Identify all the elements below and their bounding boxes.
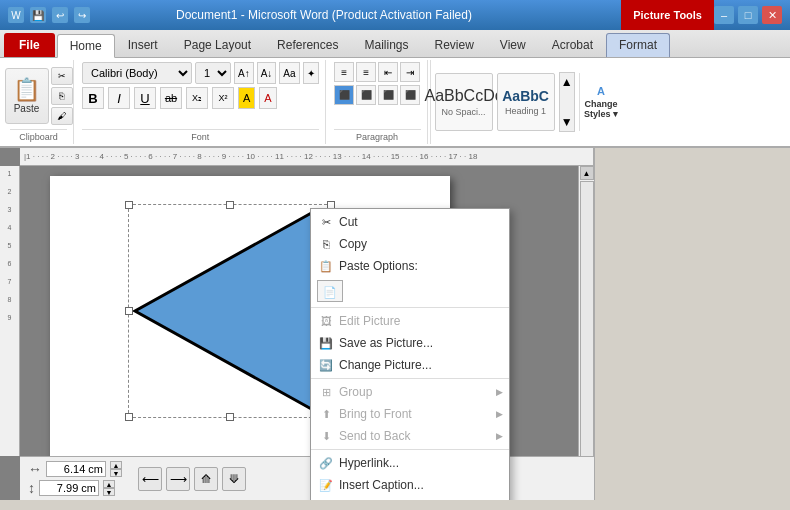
align-bottom-button[interactable]: ⟱ [222,467,246,491]
font-label: Font [82,129,319,142]
maximize-button[interactable]: □ [738,6,758,24]
title-bar: W 💾 ↩ ↪ Document1 - Microsoft Word (Prod… [0,0,790,30]
quick-access-undo[interactable]: ↩ [52,7,68,23]
width-input[interactable] [46,461,106,477]
height-input[interactable] [39,480,99,496]
superscript-button[interactable]: X² [212,87,234,109]
tab-acrobat[interactable]: Acrobat [539,33,606,57]
tab-review[interactable]: Review [421,33,486,57]
paste-button[interactable]: 📋 Paste [5,68,49,124]
tab-view[interactable]: View [487,33,539,57]
main-area: |1 · · · · 2 · · · · 3 · · · · 4 · · · ·… [0,148,790,500]
clipboard-content: 📋 Paste ✂ ⎘ 🖌 [5,62,73,129]
indent-increase-button[interactable]: ⇥ [400,62,420,82]
align-center-button[interactable]: ⬛ [356,85,376,105]
tab-file[interactable]: File [4,33,55,57]
send-back-arrow: ▶ [496,431,503,441]
tab-page-layout[interactable]: Page Layout [171,33,264,57]
menu-item-hyperlink[interactable]: 🔗 Hyperlink... [311,452,509,474]
bring-front-icon: ⬆ [317,406,335,422]
width-spin-down[interactable]: ▼ [110,469,122,477]
menu-item-group: ⊞ Group ▶ [311,381,509,403]
paste-label: Paste [14,103,40,114]
numbering-button[interactable]: ≡ [356,62,376,82]
style-normal-label: No Spaci... [442,107,486,117]
quick-access-redo[interactable]: ↪ [74,7,90,23]
tab-insert[interactable]: Insert [115,33,171,57]
bullet-list-button[interactable]: ≡ [334,62,354,82]
italic-button[interactable]: I [108,87,130,109]
scroll-thumb[interactable] [580,181,594,459]
height-spin-up[interactable]: ▲ [103,480,115,488]
send-back-icon: ⬇ [317,428,335,444]
format-painter-button[interactable]: 🖌 [51,107,73,125]
group-icon: ⊞ [317,384,335,400]
tab-home[interactable]: Home [57,34,115,58]
font-size-selector[interactable]: 11 [195,62,231,84]
styles-scroll[interactable]: ▲ ▼ [559,72,575,132]
title-bar-left: W 💾 ↩ ↪ Document1 - Microsoft Word (Prod… [8,7,472,23]
menu-item-edit-picture: 🖼 Edit Picture [311,310,509,332]
handle-ml[interactable] [125,307,133,315]
handle-bm[interactable] [226,413,234,421]
subscript-button[interactable]: X₂ [186,87,208,109]
paragraph-group: ≡ ≡ ⇤ ⇥ ⬛ ⬛ ⬛ ⬛ Paragraph [328,60,428,144]
menu-item-wrap-text[interactable]: ↩ Wrap Text [311,496,509,500]
handle-tm[interactable] [226,201,234,209]
separator-3 [311,449,509,450]
menu-item-cut[interactable]: ✂ Cut [311,211,509,233]
menu-item-edit-picture-label: Edit Picture [339,314,400,328]
bold-button[interactable]: B [82,87,104,109]
highlight-button[interactable]: A [238,87,255,109]
edit-picture-icon: 🖼 [317,313,335,329]
height-field-row: ↕ ▲ ▼ [28,480,122,496]
minimize-button[interactable]: – [714,6,734,24]
scroll-up-button[interactable]: ▲ [580,166,594,180]
indent-decrease-button[interactable]: ⇤ [378,62,398,82]
height-spin-down[interactable]: ▼ [103,488,115,496]
ruler-h-marks: |1 · · · · 2 · · · · 3 · · · · 4 · · · ·… [24,152,477,161]
paste-option-1[interactable]: 📄 [317,280,343,302]
paragraph-label: Paragraph [334,129,421,142]
align-top-button[interactable]: ⟰ [194,467,218,491]
tab-mailings[interactable]: Mailings [351,33,421,57]
decrease-font-button[interactable]: A↓ [257,62,277,84]
font-name-selector[interactable]: Calibri (Body) [82,62,192,84]
strikethrough-button[interactable]: ab [160,87,182,109]
underline-button[interactable]: U [134,87,156,109]
save-picture-icon: 💾 [317,335,335,351]
align-left-doc-button[interactable]: ⟵ [138,467,162,491]
context-menu: ✂ Cut ⎘ Copy 📋 Paste Options: 📄 🖼 Edit P… [310,208,510,500]
height-icon: ↕ [28,480,35,496]
style-heading1[interactable]: AaBbC Heading 1 [497,73,555,131]
menu-item-insert-caption-label: Insert Caption... [339,478,424,492]
handle-bl[interactable] [125,413,133,421]
font-color-button[interactable]: A [259,87,276,109]
scrollbar-vertical[interactable]: ▲ ▼ [578,166,594,474]
increase-font-button[interactable]: A↑ [234,62,254,84]
align-right-doc-button[interactable]: ⟶ [166,467,190,491]
bring-front-arrow: ▶ [496,409,503,419]
justify-button[interactable]: ⬛ [400,85,420,105]
copy-button[interactable]: ⎘ [51,87,73,105]
style-normal[interactable]: AaBbCcDc No Spaci... [435,73,493,131]
tab-references[interactable]: References [264,33,351,57]
menu-item-change-picture[interactable]: 🔄 Change Picture... [311,354,509,376]
change-styles-icon: A [597,85,605,97]
width-spin-up[interactable]: ▲ [110,461,122,469]
align-right-button[interactable]: ⬛ [378,85,398,105]
change-case-button[interactable]: Aa [279,62,299,84]
quick-access-save[interactable]: 💾 [30,7,46,23]
menu-item-paste-options[interactable]: 📋 Paste Options: [311,255,509,277]
handle-tl[interactable] [125,201,133,209]
tab-format[interactable]: Format [606,33,670,57]
ribbon-tabs: File Home Insert Page Layout References … [0,30,790,58]
clear-formatting-button[interactable]: ✦ [303,62,319,84]
align-left-button[interactable]: ⬛ [334,85,354,105]
change-styles-button[interactable]: A Change Styles ▾ [579,73,619,131]
cut-button[interactable]: ✂ [51,67,73,85]
menu-item-copy[interactable]: ⎘ Copy [311,233,509,255]
menu-item-insert-caption[interactable]: 📝 Insert Caption... [311,474,509,496]
close-button[interactable]: ✕ [762,6,782,24]
menu-item-save-as-picture[interactable]: 💾 Save as Picture... [311,332,509,354]
